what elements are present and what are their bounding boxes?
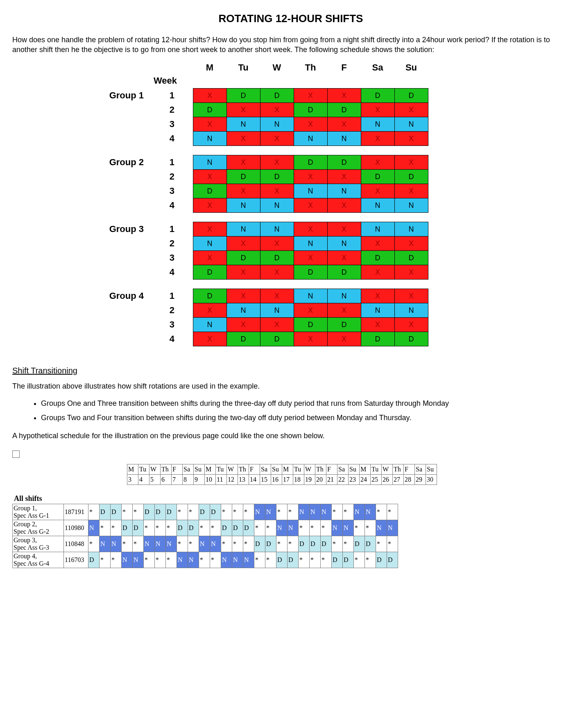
- shift-cell: N: [394, 198, 428, 213]
- cal-cell: D: [133, 520, 144, 536]
- shift-cell: D: [361, 89, 394, 103]
- shift-cell: D: [327, 155, 361, 170]
- week-label: Week: [151, 75, 193, 89]
- shift-cell: X: [361, 237, 394, 251]
- shift-cell: N: [327, 289, 361, 303]
- cal-cell: D: [243, 520, 254, 536]
- transition-bullets: Groups One and Three transition between …: [25, 398, 569, 423]
- cal-cell: *: [332, 504, 343, 520]
- shift-transitioning-heading: Shift Transitioning: [12, 366, 569, 375]
- shift-cell: X: [327, 170, 361, 184]
- shift-cell: X: [394, 318, 428, 332]
- cal-day-num: 19: [304, 475, 315, 485]
- cal-day-label: Th: [315, 464, 326, 475]
- shift-cell: D: [294, 265, 327, 280]
- cal-day-label: M: [360, 464, 371, 475]
- cal-day-num: 12: [227, 475, 238, 485]
- shift-cell: X: [394, 155, 428, 170]
- cal-day-num: 8: [183, 475, 194, 485]
- shift-cell: X: [226, 103, 260, 117]
- shift-cell: X: [260, 265, 294, 280]
- shift-cell: X: [361, 318, 394, 332]
- cal-day-num: 28: [404, 475, 415, 485]
- shift-cell: X: [327, 89, 361, 103]
- cal-cell: N: [321, 504, 332, 520]
- cal-day-num: 4: [138, 475, 149, 485]
- week-number: 3: [151, 318, 193, 332]
- cal-cell: *: [177, 504, 188, 520]
- cal-day-num: 13: [238, 475, 249, 485]
- shift-cell: N: [394, 303, 428, 318]
- cal-day-label: Sa: [337, 464, 349, 475]
- shift-cell: D: [226, 332, 260, 346]
- week-number: 3: [151, 184, 193, 198]
- shift-cell: X: [193, 117, 226, 132]
- cal-cell: *: [144, 552, 155, 568]
- cal-cell: D: [254, 536, 265, 552]
- week-number: 4: [151, 198, 193, 213]
- cal-day-label: M: [282, 464, 293, 475]
- cal-cell: *: [332, 536, 343, 552]
- shift-cell: X: [394, 132, 428, 146]
- cal-day-num: 20: [315, 475, 326, 485]
- cal-cell: D: [265, 536, 276, 552]
- cal-cell: N: [365, 504, 376, 520]
- day-header: W: [260, 62, 294, 75]
- cal-day-num: 23: [349, 475, 360, 485]
- week-number: 3: [151, 251, 193, 265]
- week-number: 1: [151, 89, 193, 103]
- shift-cell: N: [294, 289, 327, 303]
- cal-row-label: Group 4,Spec Ass G-4: [13, 552, 64, 568]
- cal-cell: *: [376, 504, 387, 520]
- cal-cell: *: [365, 520, 376, 536]
- cal-cell: *: [288, 504, 299, 520]
- cal-cell: *: [111, 520, 122, 536]
- shift-cell: X: [260, 155, 294, 170]
- shift-cell: X: [193, 198, 226, 213]
- cal-cell: D: [100, 504, 111, 520]
- cal-cell: D: [354, 536, 365, 552]
- intro-paragraph: How does one handle the problem of rotat…: [12, 35, 569, 55]
- week-number: 4: [151, 265, 193, 280]
- cal-cell: D: [376, 552, 387, 568]
- cal-cell: N: [254, 504, 265, 520]
- cal-day-num: 14: [249, 475, 260, 485]
- shift-cell: N: [294, 132, 327, 146]
- shift-cell: X: [361, 289, 394, 303]
- bullet-item: Groups One and Three transition between …: [41, 398, 569, 408]
- shift-cell: X: [327, 332, 361, 346]
- cal-cell: N: [232, 552, 243, 568]
- cal-cell: *: [299, 520, 310, 536]
- shift-cell: D: [260, 170, 294, 184]
- calendar-schedule: MTuWThFSaSuMTuWThFSaSuMTuWThFSaSuMTuWThF…: [12, 464, 569, 568]
- cal-cell: *: [88, 536, 100, 552]
- shift-cell: X: [327, 251, 361, 265]
- shift-cell: N: [394, 117, 428, 132]
- shift-cell: N: [193, 155, 226, 170]
- cal-cell: *: [122, 536, 133, 552]
- cal-cell: *: [310, 520, 321, 536]
- cal-row-id: 110848: [64, 536, 88, 552]
- cal-cell: *: [166, 552, 177, 568]
- rotation-schedule: MTuWThFSaSuWeekGroup 11XDDXXDD2DXXDDXX3X…: [94, 62, 569, 356]
- cal-row-label: Group 2,Spec Ass G-2: [13, 520, 64, 536]
- cal-cell: N: [144, 536, 155, 552]
- shift-cell: D: [394, 89, 428, 103]
- cal-cell: *: [376, 536, 387, 552]
- checkbox-placeholder: [12, 450, 20, 458]
- cal-day-num: 26: [382, 475, 393, 485]
- week-number: 1: [151, 222, 193, 237]
- shift-cell: D: [260, 89, 294, 103]
- cal-cell: *: [343, 536, 354, 552]
- shift-cell: X: [327, 222, 361, 237]
- cal-cell: *: [387, 536, 398, 552]
- cal-cell: N: [288, 520, 299, 536]
- cal-cell: D: [155, 504, 166, 520]
- cal-cell: N: [243, 552, 254, 568]
- cal-cell: *: [288, 536, 299, 552]
- cal-cell: D: [321, 536, 332, 552]
- cal-row-id: 187191: [64, 504, 88, 520]
- cal-cell: *: [122, 504, 133, 520]
- cal-cell: D: [177, 520, 188, 536]
- group-label: Group 2: [94, 155, 151, 170]
